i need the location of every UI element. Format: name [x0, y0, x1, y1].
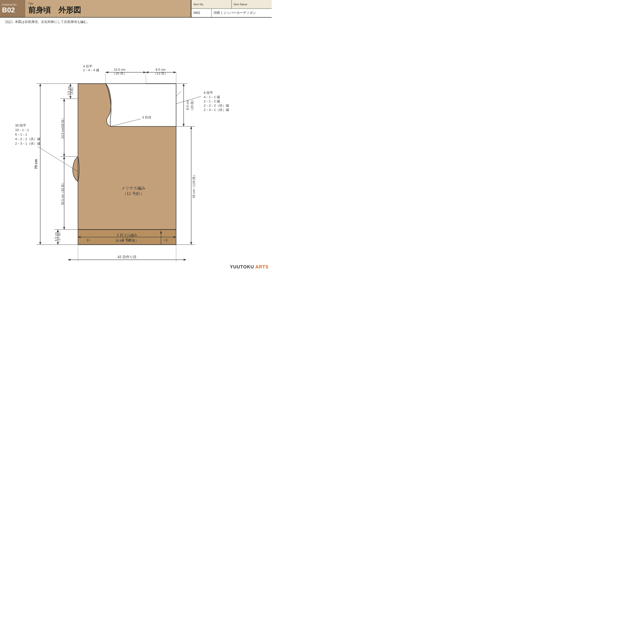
title-section: Title 前身頃 外形図	[25, 0, 191, 17]
symbol-left: ||--	[87, 238, 91, 242]
right-ann-2: 4－1－1 減	[204, 95, 220, 99]
watermark-text-2: ARTS	[255, 264, 269, 269]
svg-marker-26	[63, 157, 65, 159]
drawing-no-value: B02	[2, 6, 23, 14]
bind-off-3: 3 目伏	[142, 115, 151, 119]
svg-marker-30	[39, 242, 41, 245]
left-ann-4: 4－2－2（伏）減	[15, 137, 40, 141]
svg-marker-34	[190, 127, 192, 129]
svg-marker-22	[63, 154, 65, 157]
symbol-right: --||	[164, 238, 167, 242]
title-value: 前身頃 外形図	[28, 5, 188, 15]
cast-on: 42 目作り目	[117, 255, 136, 259]
drawing-no-label: Drawing No.	[2, 3, 23, 6]
right-ann-4: 2－2－2（伏）減	[204, 104, 229, 107]
svg-marker-2	[106, 71, 108, 73]
right-top-meas: 8.5 cm	[186, 100, 189, 110]
main-diagram: 4 目平 2－4－4 減 13.5 cm （20 目） 8.5 cm （13 目…	[0, 25, 272, 270]
header: Drawing No. B02 Title 前身頃 外形図 Item No. I…	[0, 0, 272, 18]
svg-marker-5	[174, 71, 176, 73]
svg-marker-42	[68, 259, 70, 261]
item-name-label: Item Name	[232, 0, 272, 9]
svg-marker-43	[184, 259, 186, 261]
svg-marker-11	[183, 84, 185, 86]
left-ann-3: 6－1－1	[15, 133, 27, 136]
title-label: Title	[28, 2, 188, 5]
item-header-row: Item No. Item Name	[191, 0, 272, 9]
svg-line-51	[38, 147, 78, 172]
drawing-no-section: Drawing No. B02	[0, 0, 25, 17]
diagram-area: 4 目平 2－4－4 減 13.5 cm （20 目） 8.5 cm （13 目…	[0, 25, 272, 270]
top-meas-1-sub: （20 目）	[112, 71, 127, 75]
note-text: 注記）本図は右前身頃。左右対称にして左前身頃も編む。	[0, 18, 272, 25]
left-top-meas-sub: （8 段）	[70, 85, 74, 96]
right-ann-1: 6 段平	[204, 91, 213, 95]
item-no-value: 0002	[191, 9, 212, 17]
svg-marker-12	[183, 124, 185, 127]
svg-marker-21	[63, 99, 65, 101]
body-text-2: （11 号針）	[123, 191, 144, 196]
top-meas-1: 13.5 cm	[114, 68, 125, 71]
rib-height-sub: （17 段）	[57, 230, 61, 243]
left-ann-5: 2－3－1（伏）減	[15, 142, 40, 145]
svg-marker-6	[146, 71, 148, 73]
item-value-row: 0002 渋咲くジッパーカーディガン	[191, 9, 272, 17]
item-name-value: 渋咲くジッパーカーディガン	[212, 9, 272, 17]
svg-marker-27	[63, 227, 65, 230]
annotation-2-4-4: 2－4－4 減	[83, 68, 99, 72]
watermark: YUUTOKU ARTS	[230, 264, 269, 270]
right-ann-5: 2－3－1（伏）減	[204, 108, 229, 112]
annotation-4moku-hira: 4 目平	[83, 64, 92, 68]
svg-line-60	[176, 91, 181, 96]
watermark-text-1: YUUTOKU	[230, 264, 255, 269]
item-no-label: Item No.	[191, 0, 232, 9]
header-left: Drawing No. B02 Title 前身頃 外形図	[0, 0, 191, 17]
top-meas-2-sub: （13 目）	[153, 71, 168, 75]
body-text-1: メリヤス編み	[121, 186, 145, 190]
svg-marker-35	[190, 242, 192, 245]
overall-height-left: 70 cm	[34, 159, 38, 169]
svg-line-52	[111, 119, 141, 127]
left-ann-2: 10－1－1	[15, 128, 29, 132]
svg-marker-3	[143, 71, 146, 73]
rib-text-2: （9 号針）	[118, 238, 136, 242]
svg-marker-29	[39, 84, 41, 86]
top-meas-2: 8.5 cm	[155, 68, 165, 71]
right-top-meas-sub: （20 段）	[190, 98, 194, 112]
left-bottom-meas: 35.5 cm（82 段）	[61, 181, 64, 205]
item-info: Item No. Item Name 0002 渋咲くジッパーカーディガン	[191, 0, 272, 17]
left-mid-meas: 24.5 cm(56 段）	[61, 117, 64, 139]
left-ann-1: 30 段平	[15, 124, 26, 127]
right-ann-3: 2－1－2 減	[204, 99, 220, 103]
overall-height-right: 55 cm（126 段）	[192, 173, 196, 198]
rib-text-1: 2 目ゴム編み	[117, 233, 137, 237]
